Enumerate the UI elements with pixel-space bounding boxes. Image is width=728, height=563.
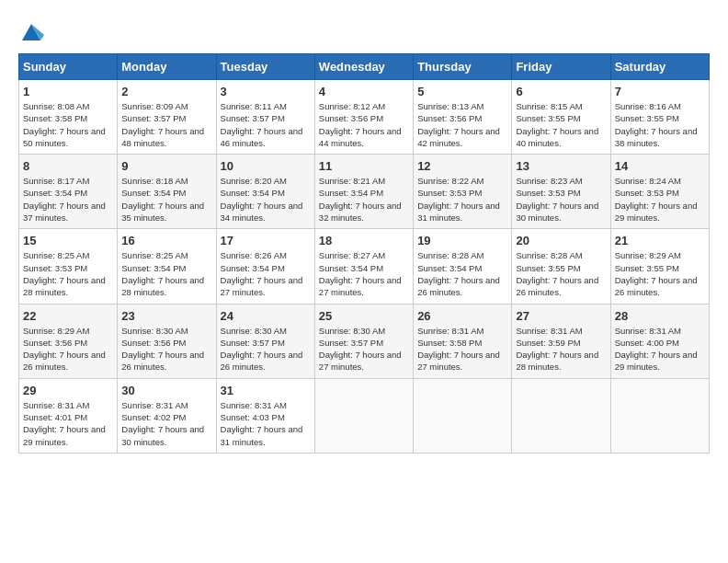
calendar-cell: 30 Sunrise: 8:31 AM Sunset: 4:02 PM Dayl… [118, 378, 216, 453]
day-number: 4 [319, 85, 409, 98]
day-content: Sunrise: 8:31 AM Sunset: 4:02 PM Dayligh… [121, 399, 211, 448]
day-content: Sunrise: 8:31 AM Sunset: 3:59 PM Dayligh… [516, 325, 606, 373]
calendar-cell: 20 Sunrise: 8:28 AM Sunset: 3:55 PM Dayl… [512, 229, 610, 304]
day-number: 17 [221, 234, 311, 247]
day-content: Sunrise: 8:27 AM Sunset: 3:54 PM Dayligh… [319, 249, 409, 298]
calendar-cell [414, 378, 512, 453]
day-number: 3 [221, 85, 311, 98]
calendar-week-row: 1 Sunrise: 8:08 AM Sunset: 3:58 PM Dayli… [19, 80, 710, 155]
day-number: 27 [516, 309, 606, 323]
day-content: Sunrise: 8:29 AM Sunset: 3:56 PM Dayligh… [23, 325, 113, 373]
calendar-cell: 24 Sunrise: 8:30 AM Sunset: 3:57 PM Dayl… [216, 304, 314, 378]
day-content: Sunrise: 8:29 AM Sunset: 3:55 PM Dayligh… [615, 249, 705, 298]
calendar-cell: 12 Sunrise: 8:22 AM Sunset: 3:53 PM Dayl… [414, 155, 512, 229]
calendar-day-header: Sunday [19, 54, 118, 80]
calendar-cell: 2 Sunrise: 8:09 AM Sunset: 3:57 PM Dayli… [118, 80, 216, 155]
calendar-day-header: Friday [512, 54, 610, 80]
calendar-cell: 13 Sunrise: 8:23 AM Sunset: 3:53 PM Dayl… [512, 155, 610, 229]
day-number: 23 [121, 309, 211, 323]
calendar-cell: 17 Sunrise: 8:26 AM Sunset: 3:54 PM Dayl… [216, 229, 314, 304]
calendar-cell: 21 Sunrise: 8:29 AM Sunset: 3:55 PM Dayl… [610, 229, 709, 304]
day-number: 8 [23, 159, 113, 173]
day-number: 22 [23, 309, 113, 323]
calendar-day-header: Wednesday [314, 54, 413, 80]
calendar-cell: 25 Sunrise: 8:30 AM Sunset: 3:57 PM Dayl… [314, 304, 413, 378]
day-content: Sunrise: 8:18 AM Sunset: 3:54 PM Dayligh… [121, 175, 211, 224]
day-content: Sunrise: 8:31 AM Sunset: 3:58 PM Dayligh… [417, 325, 507, 373]
day-number: 30 [121, 384, 211, 397]
calendar-cell: 22 Sunrise: 8:29 AM Sunset: 3:56 PM Dayl… [19, 304, 118, 378]
day-content: Sunrise: 8:12 AM Sunset: 3:56 PM Dayligh… [319, 100, 409, 149]
day-number: 24 [221, 309, 311, 323]
day-content: Sunrise: 8:11 AM Sunset: 3:57 PM Dayligh… [221, 100, 311, 149]
calendar-cell: 29 Sunrise: 8:31 AM Sunset: 4:01 PM Dayl… [19, 378, 118, 453]
calendar-cell: 27 Sunrise: 8:31 AM Sunset: 3:59 PM Dayl… [512, 304, 610, 378]
day-content: Sunrise: 8:16 AM Sunset: 3:55 PM Dayligh… [615, 100, 705, 149]
day-number: 15 [23, 234, 113, 247]
calendar-cell: 10 Sunrise: 8:20 AM Sunset: 3:54 PM Dayl… [216, 155, 314, 229]
day-content: Sunrise: 8:31 AM Sunset: 4:00 PM Dayligh… [615, 325, 705, 373]
calendar-header-row: SundayMondayTuesdayWednesdayThursdayFrid… [19, 54, 710, 80]
calendar-cell: 18 Sunrise: 8:27 AM Sunset: 3:54 PM Dayl… [314, 229, 413, 304]
calendar-week-row: 8 Sunrise: 8:17 AM Sunset: 3:54 PM Dayli… [19, 155, 710, 229]
day-number: 20 [516, 234, 606, 247]
day-content: Sunrise: 8:26 AM Sunset: 3:54 PM Dayligh… [221, 249, 311, 298]
calendar-cell [512, 378, 610, 453]
day-content: Sunrise: 8:08 AM Sunset: 3:58 PM Dayligh… [23, 100, 113, 149]
calendar-table: SundayMondayTuesdayWednesdayThursdayFrid… [18, 53, 710, 454]
calendar-cell: 8 Sunrise: 8:17 AM Sunset: 3:54 PM Dayli… [19, 155, 118, 229]
day-content: Sunrise: 8:13 AM Sunset: 3:56 PM Dayligh… [417, 100, 507, 149]
day-number: 29 [23, 384, 113, 397]
calendar-week-row: 29 Sunrise: 8:31 AM Sunset: 4:01 PM Dayl… [19, 378, 710, 453]
day-number: 2 [121, 85, 211, 98]
calendar-cell: 16 Sunrise: 8:25 AM Sunset: 3:54 PM Dayl… [118, 229, 216, 304]
day-content: Sunrise: 8:17 AM Sunset: 3:54 PM Dayligh… [23, 175, 113, 224]
day-content: Sunrise: 8:28 AM Sunset: 3:55 PM Dayligh… [516, 249, 606, 298]
day-number: 26 [417, 309, 507, 323]
day-content: Sunrise: 8:24 AM Sunset: 3:53 PM Dayligh… [615, 175, 705, 224]
logo [18, 18, 48, 44]
calendar-week-row: 15 Sunrise: 8:25 AM Sunset: 3:53 PM Dayl… [19, 229, 710, 304]
day-number: 25 [319, 309, 409, 323]
day-content: Sunrise: 8:22 AM Sunset: 3:53 PM Dayligh… [417, 175, 507, 224]
day-content: Sunrise: 8:15 AM Sunset: 3:55 PM Dayligh… [516, 100, 606, 149]
logo-icon [18, 18, 44, 44]
page-header [18, 18, 710, 44]
calendar-day-header: Saturday [610, 54, 709, 80]
day-number: 28 [615, 309, 705, 323]
day-number: 11 [319, 159, 409, 173]
day-number: 12 [417, 159, 507, 173]
calendar-cell: 19 Sunrise: 8:28 AM Sunset: 3:54 PM Dayl… [414, 229, 512, 304]
calendar-cell: 23 Sunrise: 8:30 AM Sunset: 3:56 PM Dayl… [118, 304, 216, 378]
day-number: 7 [615, 85, 705, 98]
day-content: Sunrise: 8:30 AM Sunset: 3:56 PM Dayligh… [121, 325, 211, 373]
calendar-cell: 4 Sunrise: 8:12 AM Sunset: 3:56 PM Dayli… [314, 80, 413, 155]
calendar-day-header: Thursday [414, 54, 512, 80]
day-content: Sunrise: 8:30 AM Sunset: 3:57 PM Dayligh… [221, 325, 311, 373]
day-number: 18 [319, 234, 409, 247]
day-content: Sunrise: 8:21 AM Sunset: 3:54 PM Dayligh… [319, 175, 409, 224]
calendar-cell: 7 Sunrise: 8:16 AM Sunset: 3:55 PM Dayli… [610, 80, 709, 155]
calendar-cell [610, 378, 709, 453]
calendar-cell: 9 Sunrise: 8:18 AM Sunset: 3:54 PM Dayli… [118, 155, 216, 229]
day-content: Sunrise: 8:09 AM Sunset: 3:57 PM Dayligh… [121, 100, 211, 149]
day-content: Sunrise: 8:30 AM Sunset: 3:57 PM Dayligh… [319, 325, 409, 373]
day-number: 1 [23, 85, 113, 98]
calendar-week-row: 22 Sunrise: 8:29 AM Sunset: 3:56 PM Dayl… [19, 304, 710, 378]
calendar-cell: 15 Sunrise: 8:25 AM Sunset: 3:53 PM Dayl… [19, 229, 118, 304]
calendar-cell: 3 Sunrise: 8:11 AM Sunset: 3:57 PM Dayli… [216, 80, 314, 155]
calendar-cell: 31 Sunrise: 8:31 AM Sunset: 4:03 PM Dayl… [216, 378, 314, 453]
calendar-cell: 28 Sunrise: 8:31 AM Sunset: 4:00 PM Dayl… [610, 304, 709, 378]
day-number: 19 [417, 234, 507, 247]
day-number: 5 [417, 85, 507, 98]
calendar-day-header: Tuesday [216, 54, 314, 80]
day-number: 14 [615, 159, 705, 173]
day-content: Sunrise: 8:25 AM Sunset: 3:54 PM Dayligh… [121, 249, 211, 298]
day-content: Sunrise: 8:28 AM Sunset: 3:54 PM Dayligh… [417, 249, 507, 298]
calendar-cell: 26 Sunrise: 8:31 AM Sunset: 3:58 PM Dayl… [414, 304, 512, 378]
calendar-cell: 5 Sunrise: 8:13 AM Sunset: 3:56 PM Dayli… [414, 80, 512, 155]
calendar-cell [314, 378, 413, 453]
day-number: 9 [121, 159, 211, 173]
calendar-cell: 6 Sunrise: 8:15 AM Sunset: 3:55 PM Dayli… [512, 80, 610, 155]
day-number: 6 [516, 85, 606, 98]
